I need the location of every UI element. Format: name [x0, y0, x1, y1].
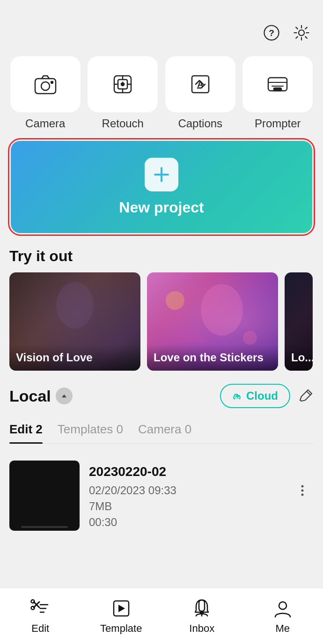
svg-point-18: [166, 291, 184, 310]
prompter-icon-box: [242, 56, 313, 112]
svg-point-21: [301, 485, 304, 488]
svg-point-23: [301, 494, 304, 496]
nav-me[interactable]: Me: [242, 598, 323, 635]
header: ?: [0, 0, 323, 51]
svg-point-27: [31, 606, 35, 609]
captions-action[interactable]: A Captions: [164, 56, 236, 130]
prompter-label: Prompter: [255, 117, 301, 130]
try-it-out-section: Try it out: [0, 248, 323, 272]
quick-actions-grid: Camera ✦ Retouch A Captions: [0, 51, 323, 139]
project-date: 02/20/2023 09:33: [89, 484, 282, 497]
bottom-nav: Edit Template Inbox Me: [0, 588, 323, 644]
svg-point-26: [31, 600, 35, 603]
cloud-label: Cloud: [246, 389, 278, 402]
project-thumbnail: [9, 461, 80, 531]
camera-action[interactable]: Camera: [9, 56, 81, 130]
help-icon-button[interactable]: ?: [261, 22, 282, 43]
svg-point-19: [243, 331, 257, 345]
nav-edit[interactable]: Edit: [0, 598, 81, 635]
settings-icon-button[interactable]: [291, 22, 312, 43]
svg-point-17: [201, 284, 243, 336]
svg-point-5: [51, 81, 53, 83]
tabs: Edit 2 Templates 0 Camera 0: [9, 417, 314, 444]
new-project-button[interactable]: New project: [11, 141, 312, 233]
nav-inbox-label: Inbox: [189, 622, 214, 635]
try-item-vision-of-love[interactable]: Vision of Love: [9, 272, 140, 371]
project-more-button[interactable]: [291, 479, 314, 502]
try-item-label-stickers: Love on the Stickers: [147, 344, 278, 371]
retouch-label: Retouch: [102, 117, 144, 130]
local-sort-button[interactable]: [56, 388, 73, 404]
edit-icon-button[interactable]: [298, 388, 314, 404]
try-it-out-scroll: Vision of Love Love on the Stickers Lo..…: [0, 272, 323, 384]
tab-camera-label: Camera 0: [138, 422, 191, 436]
retouch-icon-box: ✦: [88, 56, 158, 112]
new-project-plus-icon: [145, 158, 178, 191]
svg-point-22: [301, 490, 304, 492]
cloud-button[interactable]: Cloud: [220, 384, 290, 408]
nav-inbox[interactable]: Inbox: [162, 598, 242, 635]
project-item[interactable]: 20230220-02 02/20/2023 09:33 7MB 00:30: [9, 453, 314, 538]
svg-text:✦: ✦: [120, 80, 125, 88]
svg-point-4: [41, 82, 50, 90]
try-item-third[interactable]: Lo...: [285, 272, 313, 371]
nav-template[interactable]: Template: [81, 598, 162, 635]
camera-icon-box: [10, 56, 81, 112]
svg-marker-32: [118, 605, 125, 612]
prompter-action[interactable]: Prompter: [242, 56, 314, 130]
svg-point-2: [299, 30, 304, 36]
try-item-love-stickers[interactable]: Love on the Stickers: [147, 272, 278, 371]
nav-edit-label: Edit: [31, 622, 49, 635]
nav-me-label: Me: [275, 622, 290, 635]
local-header: Local Cloud: [9, 384, 314, 408]
svg-point-34: [279, 602, 286, 609]
project-info: 20230220-02 02/20/2023 09:33 7MB 00:30: [89, 461, 282, 529]
tab-edit[interactable]: Edit 2: [9, 417, 43, 443]
nav-template-label: Template: [100, 622, 142, 635]
try-it-out-title: Try it out: [0, 248, 323, 272]
new-project-label: New project: [119, 199, 204, 216]
tab-edit-label: Edit 2: [9, 422, 43, 436]
retouch-action[interactable]: ✦ Retouch: [87, 56, 159, 130]
tab-templates-label: Templates 0: [58, 422, 123, 436]
camera-label: Camera: [25, 117, 65, 130]
local-actions: Cloud: [220, 384, 314, 408]
captions-icon-box: A: [165, 56, 235, 112]
tab-camera[interactable]: Camera 0: [138, 417, 191, 443]
new-project-container: New project: [9, 139, 314, 234]
try-item-label-vision: Vision of Love: [9, 344, 140, 371]
project-duration: 00:30: [89, 516, 282, 529]
captions-label: Captions: [178, 117, 222, 130]
local-title-group: Local: [9, 387, 73, 405]
svg-point-16: [56, 282, 94, 329]
svg-rect-3: [35, 79, 56, 94]
try-item-label-third: Lo...: [285, 344, 313, 371]
svg-rect-15: [274, 88, 281, 91]
project-size: 7MB: [89, 500, 282, 513]
svg-text:?: ?: [269, 28, 274, 38]
project-name: 20230220-02: [89, 464, 282, 479]
local-title: Local: [9, 387, 51, 405]
local-section: Local Cloud: [0, 384, 323, 538]
tab-templates[interactable]: Templates 0: [58, 417, 123, 443]
svg-text:A: A: [197, 80, 203, 89]
